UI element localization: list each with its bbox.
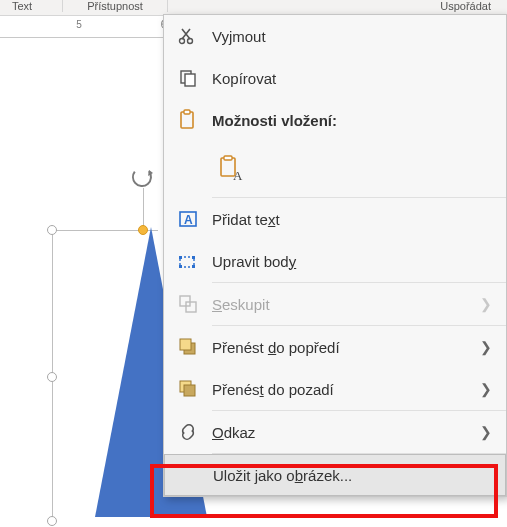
menu-label: Upravit body bbox=[212, 253, 496, 270]
menu-item-cut[interactable]: Vyjmout bbox=[164, 15, 506, 57]
link-icon bbox=[164, 422, 212, 442]
svg-rect-21 bbox=[180, 339, 191, 350]
ribbon-group-text: Text bbox=[0, 0, 63, 12]
menu-label: Přidat text bbox=[212, 211, 496, 228]
chevron-right-icon: ❯ bbox=[476, 424, 496, 440]
rotate-handle-icon[interactable] bbox=[131, 166, 153, 188]
svg-text:A: A bbox=[233, 168, 243, 183]
svg-rect-23 bbox=[184, 385, 195, 396]
menu-item-group: Seskupit ❯ bbox=[164, 283, 506, 325]
svg-rect-15 bbox=[192, 256, 195, 259]
ribbon-group-arrange: Uspořádat bbox=[424, 0, 507, 12]
bring-front-icon bbox=[164, 337, 212, 357]
menu-item-link[interactable]: Odkaz ❯ bbox=[164, 411, 506, 453]
svg-rect-13 bbox=[180, 257, 194, 267]
menu-item-copy[interactable]: Kopírovat bbox=[164, 57, 506, 99]
menu-label: Přenést do popředí bbox=[212, 339, 476, 356]
menu-label: Seskupit bbox=[212, 296, 476, 313]
chevron-right-icon: ❯ bbox=[476, 296, 496, 312]
menu-label: Kopírovat bbox=[212, 70, 496, 87]
context-menu: Vyjmout Kopírovat Možnosti vložení: A A … bbox=[163, 14, 507, 497]
group-shapes-icon bbox=[164, 294, 212, 314]
copy-icon bbox=[164, 68, 212, 88]
menu-item-send-to-back[interactable]: Přenést do pozadí ❯ bbox=[164, 368, 506, 410]
menu-item-add-text[interactable]: A Přidat text bbox=[164, 198, 506, 240]
menu-header-paste-options: Možnosti vložení: bbox=[164, 99, 506, 141]
menu-label: Uložit jako obrázek... bbox=[213, 467, 495, 484]
clipboard-icon bbox=[164, 109, 212, 131]
cut-icon bbox=[164, 26, 212, 46]
chevron-right-icon: ❯ bbox=[476, 339, 496, 355]
svg-rect-16 bbox=[179, 265, 182, 268]
menu-label: Vyjmout bbox=[212, 28, 496, 45]
menu-item-edit-points[interactable]: Upravit body bbox=[164, 240, 506, 282]
menu-label: Možnosti vložení: bbox=[212, 112, 496, 129]
paste-option-keep-text[interactable]: A bbox=[212, 150, 250, 188]
svg-point-2 bbox=[180, 39, 185, 44]
paste-options-row: A bbox=[164, 141, 506, 197]
svg-point-0 bbox=[131, 166, 153, 188]
textbox-icon: A bbox=[164, 209, 212, 229]
svg-point-3 bbox=[188, 39, 193, 44]
svg-rect-7 bbox=[184, 110, 190, 114]
svg-rect-18 bbox=[180, 296, 190, 306]
menu-label: Přenést do pozadí bbox=[212, 381, 476, 398]
selection-handle-top-mid[interactable] bbox=[138, 225, 148, 235]
svg-text:A: A bbox=[184, 213, 193, 227]
svg-rect-14 bbox=[179, 256, 182, 259]
chevron-right-icon: ❯ bbox=[476, 381, 496, 397]
selection-handle[interactable] bbox=[47, 225, 57, 235]
selection-handle[interactable] bbox=[47, 372, 57, 382]
edit-points-icon bbox=[164, 251, 212, 271]
menu-item-save-as-picture[interactable]: Uložit jako obrázek... bbox=[164, 454, 506, 496]
menu-item-bring-to-front[interactable]: Přenést do popředí ❯ bbox=[164, 326, 506, 368]
svg-rect-9 bbox=[224, 156, 232, 160]
ribbon-group-accessibility: Přístupnost bbox=[63, 0, 168, 12]
send-back-icon bbox=[164, 379, 212, 399]
menu-label: Odkaz bbox=[212, 424, 476, 441]
svg-rect-17 bbox=[192, 265, 195, 268]
svg-rect-19 bbox=[186, 302, 196, 312]
svg-rect-5 bbox=[185, 74, 195, 86]
selection-handle[interactable] bbox=[47, 516, 57, 526]
